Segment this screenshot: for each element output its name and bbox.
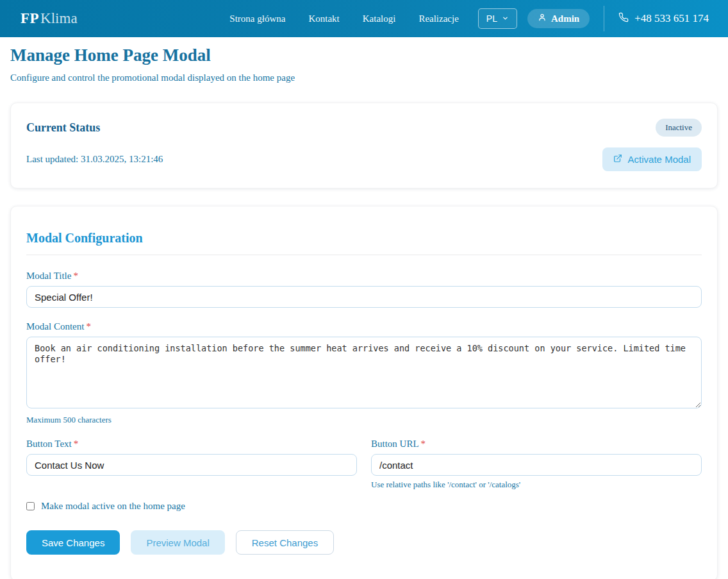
button-url-label: Button URL* — [371, 439, 702, 449]
nav-item-realizacje[interactable]: Realizacje — [418, 13, 458, 24]
page-subtitle: Configure and control the promotional mo… — [10, 72, 718, 83]
main-nav: Strona główna Kontakt Katalogi Realizacj… — [229, 13, 459, 24]
button-url-input[interactable] — [371, 454, 702, 476]
form-actions: Save Changes Preview Modal Reset Changes — [26, 530, 702, 555]
make-active-checkbox[interactable] — [26, 502, 35, 510]
current-status-card: Current Status Inactive Last updated: 31… — [10, 103, 718, 189]
modal-content-helper: Maximum 500 characters — [26, 415, 702, 425]
nav-item-strona-glowna[interactable]: Strona główna — [229, 13, 285, 24]
language-dropdown[interactable]: PL — [478, 8, 517, 29]
modal-content-textarea[interactable]: Book an air conditioning installation be… — [26, 337, 702, 408]
chevron-down-icon — [502, 13, 509, 24]
button-text-input[interactable] — [26, 454, 357, 476]
required-asterisk: * — [73, 271, 78, 281]
config-card-title: Modal Configuration — [26, 231, 702, 246]
modal-title-label: Modal Title* — [26, 271, 702, 281]
phone-number: +48 533 651 174 — [634, 12, 709, 25]
status-card-title: Current Status — [26, 121, 100, 135]
nav-item-kontakt[interactable]: Kontakt — [308, 13, 339, 24]
button-text-field-group: Button Text* — [26, 439, 357, 490]
preview-modal-button[interactable]: Preview Modal — [131, 530, 224, 555]
section-divider — [26, 255, 702, 255]
modal-content-field-group: Modal Content* Book an air conditioning … — [26, 321, 702, 425]
activate-modal-button[interactable]: Activate Modal — [602, 147, 702, 171]
user-icon — [538, 13, 547, 24]
button-fields-row: Button Text* Button URL* Use relative pa… — [26, 439, 702, 490]
admin-label: Admin — [551, 13, 579, 24]
status-badge: Inactive — [656, 119, 702, 137]
nav-item-katalogi[interactable]: Katalogi — [363, 13, 396, 24]
page-title: Manage Home Page Modal — [10, 46, 718, 65]
button-url-field-group: Button URL* Use relative paths like '/co… — [371, 439, 702, 490]
logo-bold-text: FP — [21, 10, 39, 26]
phone-link[interactable]: +48 533 651 174 — [618, 12, 709, 26]
reset-changes-button[interactable]: Reset Changes — [236, 530, 334, 555]
active-checkbox-row: Make modal active on the home page — [26, 501, 702, 512]
activate-modal-label: Activate Modal — [628, 154, 691, 165]
admin-button[interactable]: Admin — [527, 9, 590, 28]
language-label: PL — [486, 13, 497, 24]
header-divider — [604, 6, 604, 31]
logo[interactable]: FPKlima — [21, 10, 78, 27]
phone-icon — [618, 12, 629, 26]
modal-content-label: Modal Content* — [26, 321, 702, 332]
last-updated-text: Last updated: 31.03.2025, 13:21:46 — [26, 154, 163, 165]
required-asterisk: * — [421, 439, 426, 449]
button-url-helper: Use relative paths like '/contact' or '/… — [371, 480, 702, 490]
external-link-icon — [613, 154, 622, 165]
required-asterisk: * — [86, 321, 91, 331]
required-asterisk: * — [74, 439, 79, 449]
save-changes-button[interactable]: Save Changes — [26, 530, 120, 555]
top-navbar: FPKlima Strona główna Kontakt Katalogi R… — [0, 0, 728, 37]
main-content: Manage Home Page Modal Configure and con… — [0, 46, 728, 579]
modal-title-input[interactable] — [26, 286, 702, 308]
modal-title-field-group: Modal Title* — [26, 271, 702, 308]
logo-light-text: Klima — [40, 10, 78, 26]
make-active-checkbox-label: Make modal active on the home page — [41, 501, 185, 512]
modal-configuration-card: Modal Configuration Modal Title* Modal C… — [10, 206, 718, 579]
button-text-label: Button Text* — [26, 439, 357, 449]
